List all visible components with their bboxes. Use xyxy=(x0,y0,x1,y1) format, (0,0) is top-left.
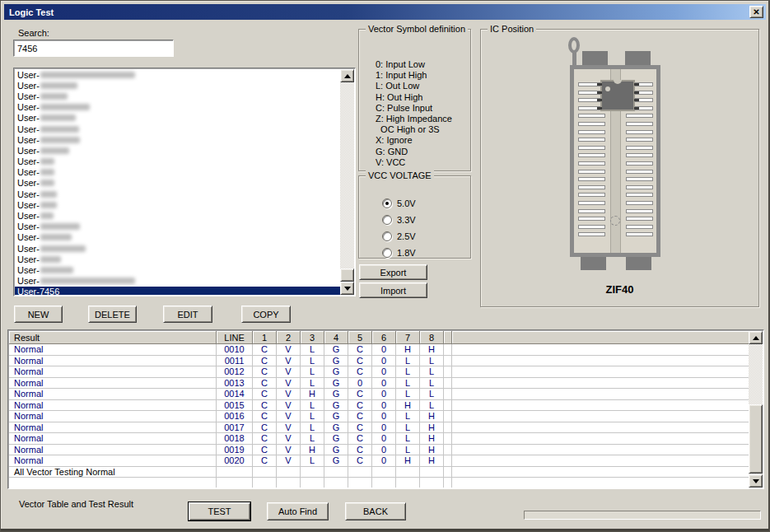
import-button[interactable]: Import xyxy=(359,282,427,298)
column-header-7[interactable]: 6 xyxy=(372,331,396,344)
cell xyxy=(253,467,277,478)
scroll-thumb[interactable] xyxy=(340,268,354,282)
search-input[interactable] xyxy=(13,40,174,57)
cell: H xyxy=(301,445,324,455)
cell-stub xyxy=(444,455,452,466)
result-row[interactable]: Normal0018CVLGC0LH xyxy=(9,433,749,445)
list-item[interactable]: User- xyxy=(15,210,340,221)
cell: 0015 xyxy=(217,400,253,411)
copy-button[interactable]: COPY xyxy=(241,306,291,323)
list-item[interactable]: User- xyxy=(15,91,340,101)
list-item[interactable]: User- xyxy=(15,199,340,210)
edit-button[interactable]: EDIT xyxy=(163,306,212,323)
user-list[interactable]: User-User-User-User-User-User-User-User-… xyxy=(13,68,356,296)
list-item[interactable]: User- xyxy=(15,145,340,156)
cell: G xyxy=(324,455,348,466)
socket-name-label: ZIF40 xyxy=(481,283,758,296)
list-item[interactable]: User- xyxy=(15,243,340,254)
result-row[interactable]: Normal0019CVHGC0LH xyxy=(9,445,749,456)
socket-slot xyxy=(626,232,653,236)
result-row[interactable]: Normal0015CVLGC0HL xyxy=(9,400,749,412)
cell: L xyxy=(396,356,420,366)
cell-fill xyxy=(452,455,749,466)
socket-slot xyxy=(626,130,653,134)
result-table-body: Normal0010CVLGC0HHNormal0011CVLGC0LLNorm… xyxy=(9,344,749,488)
list-item[interactable]: User- xyxy=(15,189,340,199)
summary-row[interactable]: All Vector Testing Normal xyxy=(9,467,749,478)
redacted-text xyxy=(40,93,68,100)
close-button[interactable]: ✕ xyxy=(749,6,763,18)
result-row[interactable]: Normal0014CVHGC0LL xyxy=(9,389,749,400)
radio-icon[interactable] xyxy=(382,231,392,241)
column-header-8[interactable]: 7 xyxy=(396,331,420,344)
column-header-3[interactable]: 2 xyxy=(277,331,301,344)
cell: 0 xyxy=(372,378,396,389)
result-row[interactable]: Normal0020CVLGC0HH xyxy=(9,455,749,467)
list-item[interactable]: User- xyxy=(15,124,340,134)
list-item[interactable]: User- xyxy=(15,102,340,113)
cell xyxy=(396,467,420,478)
column-header-2[interactable]: 1 xyxy=(253,331,277,344)
list-item[interactable]: User- xyxy=(15,134,340,145)
vector-symbol-line: H: Out High xyxy=(376,92,452,103)
list-item-prefix: User- xyxy=(17,156,40,166)
list-item[interactable]: User- xyxy=(15,264,340,275)
test-button[interactable]: TEST xyxy=(189,502,250,520)
cell: L xyxy=(396,445,420,455)
radio-icon[interactable] xyxy=(382,198,392,208)
column-header-6[interactable]: 5 xyxy=(348,331,372,344)
cell: G xyxy=(324,422,348,433)
result-row[interactable]: Normal0017CVLGC0LH xyxy=(9,422,749,434)
list-item[interactable]: User- xyxy=(15,222,340,232)
scroll-down-button[interactable] xyxy=(749,474,763,488)
column-header-5[interactable]: 4 xyxy=(324,331,348,344)
radio-icon[interactable] xyxy=(382,215,392,225)
column-header-1[interactable]: LINE xyxy=(217,331,253,344)
result-table-scrollbar[interactable] xyxy=(749,331,763,488)
list-item-selected[interactable]: User-7456 xyxy=(15,287,340,295)
dut-chip xyxy=(600,80,635,111)
list-item[interactable]: User- xyxy=(15,232,340,243)
scroll-thumb[interactable] xyxy=(749,404,763,474)
list-item[interactable]: User- xyxy=(15,178,340,189)
back-button[interactable]: BACK xyxy=(345,502,406,520)
scroll-up-button[interactable] xyxy=(340,69,354,82)
vector-symbol-line: 1: Input High xyxy=(376,70,452,81)
auto-find-button[interactable]: Auto Find xyxy=(267,502,329,520)
delete-button[interactable]: DELETE xyxy=(88,306,137,323)
column-header-0[interactable]: Result xyxy=(9,331,217,344)
export-button[interactable]: Export xyxy=(359,264,427,280)
column-header-4[interactable]: 3 xyxy=(301,331,324,344)
list-item[interactable]: User- xyxy=(15,69,340,80)
vcc-option-1[interactable]: 3.3V xyxy=(382,214,416,225)
cell: L xyxy=(396,411,420,422)
cell: 0013 xyxy=(217,378,253,389)
scroll-up-button[interactable] xyxy=(749,331,763,344)
list-item[interactable]: User- xyxy=(15,156,340,167)
result-row[interactable]: Normal0013CVLG00LL xyxy=(9,378,749,390)
list-item[interactable]: User- xyxy=(15,254,340,264)
radio-icon[interactable] xyxy=(382,248,392,258)
result-row[interactable]: Normal0016CVLGC0LH xyxy=(9,411,749,422)
cell: 0 xyxy=(372,433,396,444)
cell: L xyxy=(396,433,420,444)
result-row[interactable]: Normal0010CVLGC0HH xyxy=(9,344,749,356)
result-row[interactable]: Normal0011CVLGC0LL xyxy=(9,356,749,367)
scroll-down-button[interactable] xyxy=(340,282,354,295)
empty-row[interactable] xyxy=(9,478,749,488)
cell: C xyxy=(348,344,372,355)
list-item[interactable]: User- xyxy=(15,113,340,124)
cell: V xyxy=(277,455,301,466)
list-item[interactable]: User- xyxy=(15,276,340,287)
new-button[interactable]: NEW xyxy=(14,306,63,323)
vcc-option-3[interactable]: 1.8V xyxy=(382,247,416,258)
list-item[interactable]: User- xyxy=(15,80,340,91)
list-item[interactable]: User- xyxy=(15,167,340,178)
vcc-option-2[interactable]: 2.5V xyxy=(382,231,416,241)
redacted-text xyxy=(40,245,86,252)
user-list-scrollbar[interactable] xyxy=(340,69,354,295)
vcc-option-0[interactable]: 5.0V xyxy=(382,198,416,208)
result-row[interactable]: Normal0012CVLGC0LL xyxy=(9,366,749,378)
column-header-9[interactable]: 8 xyxy=(420,331,444,344)
title-bar[interactable]: Logic Test ✕ xyxy=(4,4,766,20)
